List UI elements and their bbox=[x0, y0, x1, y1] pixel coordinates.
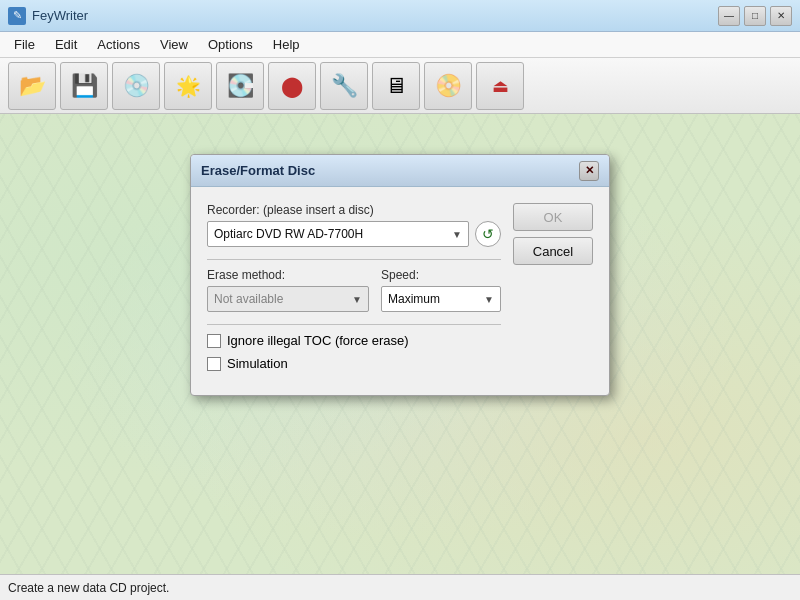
status-bar: Create a new data CD project. bbox=[0, 574, 800, 600]
toolbar: 📂 💾 💿 🌟 💽 ⬤ 🔧 🖥 📀 ⏏ bbox=[0, 58, 800, 114]
minimize-button[interactable]: — bbox=[718, 6, 740, 26]
dialog-main: Recorder: (please insert a disc) Optiarc… bbox=[207, 203, 501, 379]
erase-method-label: Erase method: bbox=[207, 268, 369, 282]
close-button[interactable]: ✕ bbox=[770, 6, 792, 26]
toolbar-open-button[interactable]: 📂 bbox=[8, 62, 56, 110]
checkbox-simulation-row: Simulation bbox=[207, 356, 501, 371]
checkbox-ignore-toc[interactable] bbox=[207, 334, 221, 348]
title-bar: ✎ FeyWriter — □ ✕ bbox=[0, 0, 800, 32]
recorder-dropdown-arrow: ▼ bbox=[452, 229, 462, 240]
separator bbox=[207, 259, 501, 260]
cancel-button[interactable]: Cancel bbox=[513, 237, 593, 265]
erase-method-arrow: ▼ bbox=[352, 294, 362, 305]
menu-file[interactable]: File bbox=[4, 34, 45, 55]
menu-help[interactable]: Help bbox=[263, 34, 310, 55]
erase-method-group: Erase method: Not available ▼ bbox=[207, 268, 369, 312]
toolbar-disc5-button[interactable]: 📀 bbox=[424, 62, 472, 110]
checkbox-ignore-toc-row: Ignore illegal TOC (force erase) bbox=[207, 333, 501, 348]
app-window: ✎ FeyWriter — □ ✕ File Edit Actions View… bbox=[0, 0, 800, 600]
recorder-value: Optiarc DVD RW AD-7700H bbox=[214, 227, 363, 241]
checkbox-simulation-label: Simulation bbox=[227, 356, 288, 371]
speed-value: Maximum bbox=[388, 292, 440, 306]
toolbar-disc4-button[interactable]: ⬤ bbox=[268, 62, 316, 110]
modal-overlay: Erase/Format Disc ✕ Recorder: (please in… bbox=[0, 114, 800, 574]
dialog-body: Recorder: (please insert a disc) Optiarc… bbox=[191, 187, 609, 395]
menu-view[interactable]: View bbox=[150, 34, 198, 55]
refresh-button[interactable]: ↺ bbox=[475, 221, 501, 247]
toolbar-eject-button[interactable]: ⏏ bbox=[476, 62, 524, 110]
erase-method-value: Not available bbox=[214, 292, 283, 306]
app-title: FeyWriter bbox=[32, 8, 718, 23]
recorder-label: Recorder: (please insert a disc) bbox=[207, 203, 501, 217]
dialog-close-button[interactable]: ✕ bbox=[579, 161, 599, 181]
separator2 bbox=[207, 324, 501, 325]
maximize-button[interactable]: □ bbox=[744, 6, 766, 26]
window-controls: — □ ✕ bbox=[718, 6, 792, 26]
speed-label: Speed: bbox=[381, 268, 501, 282]
toolbar-disc3-button[interactable]: 💽 bbox=[216, 62, 264, 110]
menu-options[interactable]: Options bbox=[198, 34, 263, 55]
recorder-dropdown[interactable]: Optiarc DVD RW AD-7700H ▼ bbox=[207, 221, 469, 247]
toolbar-wrench-button[interactable]: 🔧 bbox=[320, 62, 368, 110]
menu-actions[interactable]: Actions bbox=[87, 34, 150, 55]
ok-button[interactable]: OK bbox=[513, 203, 593, 231]
toolbar-disc2-button[interactable]: 🌟 bbox=[164, 62, 212, 110]
toolbar-screen-button[interactable]: 🖥 bbox=[372, 62, 420, 110]
erase-format-dialog: Erase/Format Disc ✕ Recorder: (please in… bbox=[190, 154, 610, 396]
speed-dropdown-arrow: ▼ bbox=[484, 294, 494, 305]
speed-group: Speed: Maximum ▼ bbox=[381, 268, 501, 312]
app-icon: ✎ bbox=[8, 7, 26, 25]
dialog-content: Recorder: (please insert a disc) Optiarc… bbox=[207, 203, 593, 379]
toolbar-save-button[interactable]: 💾 bbox=[60, 62, 108, 110]
checkbox-simulation[interactable] bbox=[207, 357, 221, 371]
speed-dropdown[interactable]: Maximum ▼ bbox=[381, 286, 501, 312]
checkbox-ignore-toc-label: Ignore illegal TOC (force erase) bbox=[227, 333, 409, 348]
recorder-row: Optiarc DVD RW AD-7700H ▼ ↺ bbox=[207, 221, 501, 247]
toolbar-disc1-button[interactable]: 💿 bbox=[112, 62, 160, 110]
main-content: Erase/Format Disc ✕ Recorder: (please in… bbox=[0, 114, 800, 574]
dialog-title: Erase/Format Disc bbox=[201, 163, 315, 178]
status-text: Create a new data CD project. bbox=[8, 581, 169, 595]
menu-edit[interactable]: Edit bbox=[45, 34, 87, 55]
erase-speed-row: Erase method: Not available ▼ Speed: bbox=[207, 268, 501, 312]
menu-bar: File Edit Actions View Options Help bbox=[0, 32, 800, 58]
dialog-buttons: OK Cancel bbox=[513, 203, 593, 379]
erase-method-dropdown[interactable]: Not available ▼ bbox=[207, 286, 369, 312]
dialog-title-bar: Erase/Format Disc ✕ bbox=[191, 155, 609, 187]
